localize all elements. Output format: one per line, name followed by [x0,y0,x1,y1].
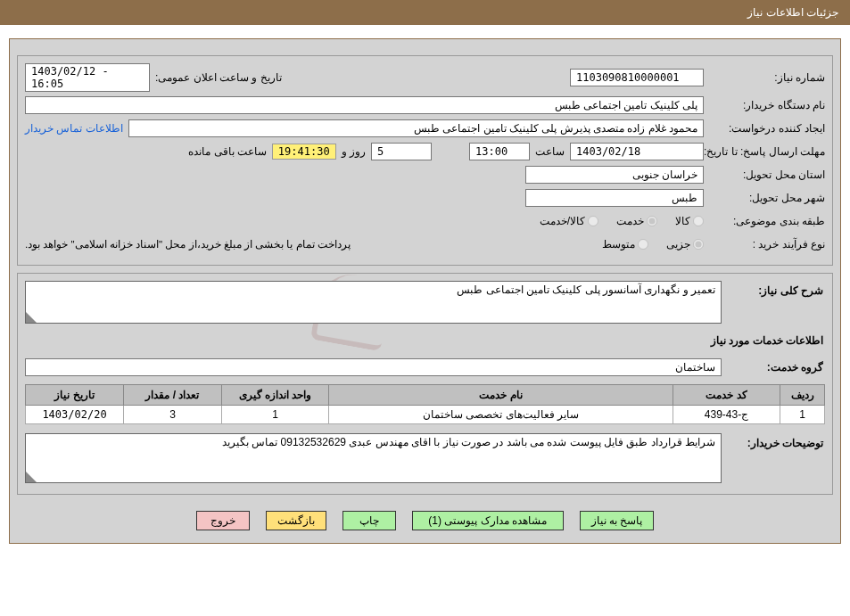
remaining-label: ساعت باقی مانده [188,145,267,158]
class-both-radio[interactable]: کالا/خدمت [540,215,598,227]
th-name: نام خدمت [329,385,673,406]
cell-code: ج-43-439 [673,406,780,424]
cell-qty: 3 [124,406,222,424]
buyer-remarks-label: توضیحات خریدار: [727,433,825,453]
need-no-label: شماره نیاز: [709,71,825,84]
cell-unit: 1 [222,406,329,424]
buyer-remarks-textarea[interactable]: شرایط قرارداد طبق فایل پیوست شده می باشد… [25,433,722,483]
resize-handle-icon[interactable] [26,312,37,323]
need-desc-header: شرح کلی نیاز: [727,281,825,300]
hour-label: ساعت [535,145,565,158]
announce-date-field: 1403/02/12 - 16:05 [25,63,150,92]
city-field: طبس [525,189,704,207]
th-date: تاریخ نیاز [26,385,124,406]
print-button[interactable]: چاپ [342,511,396,530]
services-table: ردیف کد خدمت نام خدمت واحد اندازه گیری ت… [25,384,825,424]
payment-note: پرداخت تمام یا بخشی از مبلغ خرید،از محل … [25,238,351,251]
proc-small-radio[interactable]: جزیی [666,238,704,251]
need-no-field: 1103090810000001 [570,69,704,86]
city-label: شهر محل تحویل: [709,192,825,204]
creator-field: محمود غلام زاده متصدی پذیرش پلی کلینیک ت… [128,119,704,137]
buyer-contact-link[interactable]: اطلاعات تماس خریدار [25,122,123,135]
remaining-days-field: 5 [371,143,432,160]
deadline-hour-field: 13:00 [469,143,530,160]
class-goods-radio[interactable]: کالا [675,215,704,227]
back-button[interactable]: بازگشت [266,511,326,530]
classification-label: طبقه بندی موضوعی: [709,215,825,227]
th-code: کد خدمت [673,385,780,406]
deadline-label: مهلت ارسال پاسخ: تا تاریخ: [709,145,825,158]
page-title-bar: جزئیات اطلاعات نیاز [0,0,850,25]
countdown-field: 19:41:30 [272,144,336,160]
attachments-button[interactable]: مشاهده مدارک پیوستی (1) [412,511,564,530]
buyer-org-field: پلی کلینیک تامین اجتماعی طبس [25,96,704,114]
service-group-label: گروه خدمت: [727,357,825,377]
province-label: استان محل تحویل: [709,168,825,181]
general-info-panel: شماره نیاز: 1103090810000001 تاریخ و ساع… [17,55,833,266]
form-page: ArtaTender.net شماره نیاز: 1103090810000… [9,38,841,544]
class-service-radio[interactable]: خدمت [616,215,657,227]
service-group-field: ساختمان [25,358,722,376]
th-unit: واحد اندازه گیری [222,385,329,406]
page-title: جزئیات اطلاعات نیاز [747,6,838,19]
services-header: اطلاعات خدمات مورد نیاز [25,331,825,350]
th-qty: تعداد / مقدار [124,385,222,406]
province-field: خراسان جنوبی [525,166,704,184]
reply-button[interactable]: پاسخ به نیاز [580,511,655,530]
need-desc-textarea[interactable]: تعمیر و نگهداری آسانسور پلی کلینیک تامین… [25,281,722,324]
deadline-date-field: 1403/02/18 [570,143,704,160]
th-row: ردیف [780,385,825,406]
resize-handle-icon[interactable] [26,472,37,482]
creator-label: ایجاد کننده درخواست: [709,122,825,135]
cell-name: سایر فعالیت‌های تخصصی ساختمان [329,406,673,424]
cell-row: 1 [780,406,825,424]
table-header-row: ردیف کد خدمت نام خدمت واحد اندازه گیری ت… [26,385,825,406]
table-row: 1 ج-43-439 سایر فعالیت‌های تخصصی ساختمان… [26,406,825,424]
need-detail-panel: شرح کلی نیاز: تعمیر و نگهداری آسانسور پل… [17,273,833,495]
exit-button[interactable]: خروج [196,511,250,530]
action-button-bar: پاسخ به نیاز مشاهده مدارک پیوستی (1) چاپ… [10,504,840,543]
proc-type-label: نوع فرآیند خرید : [709,238,825,251]
cell-date: 1403/02/20 [26,406,124,424]
days-and-label: روز و [342,145,366,158]
proc-medium-radio[interactable]: متوسط [602,238,648,251]
announce-date-label: تاریخ و ساعت اعلان عمومی: [155,71,282,84]
buyer-org-label: نام دستگاه خریدار: [709,99,825,111]
